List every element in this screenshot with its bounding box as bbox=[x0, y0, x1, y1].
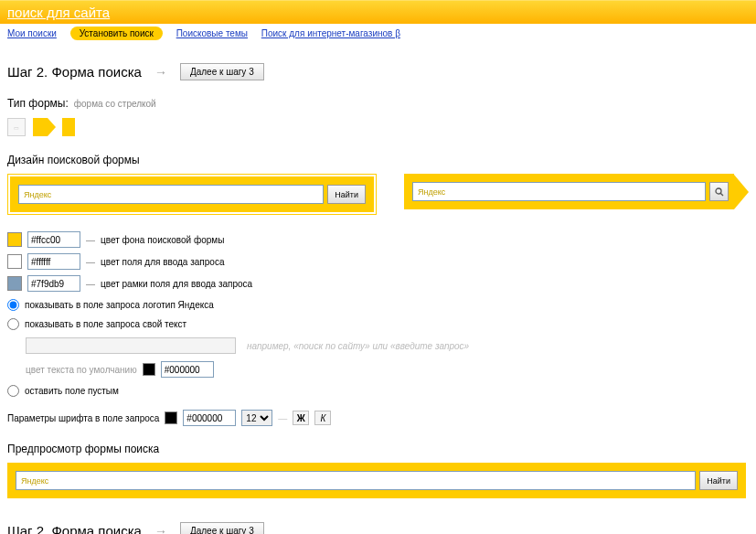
nav-shop-search[interactable]: Поиск для интернет-магазинов β bbox=[261, 28, 400, 38]
swatch-field[interactable] bbox=[7, 254, 22, 269]
radio-show-logo-label: показывать в поле запроса логотип Яндекс… bbox=[25, 300, 214, 310]
label-bg-color: цвет фона поисковой формы bbox=[101, 235, 224, 245]
header-bar: поиск для сайта bbox=[0, 0, 756, 24]
preview-search-input-left[interactable] bbox=[18, 185, 324, 204]
radio-leave-empty-label: оставить поле пустым bbox=[25, 386, 119, 396]
font-size-select[interactable]: 12 bbox=[241, 410, 272, 426]
arrow-tip-icon bbox=[734, 175, 749, 209]
label-field-color: цвет поля для ввода запроса bbox=[101, 257, 224, 267]
svg-point-1 bbox=[716, 188, 721, 194]
design-preview-right bbox=[404, 174, 749, 209]
design-preview-left: Найти bbox=[10, 176, 374, 212]
svg-line-2 bbox=[720, 193, 723, 196]
search-icon[interactable] bbox=[709, 182, 729, 201]
full-form-preview: Найти bbox=[7, 463, 746, 498]
preview-search-input-right[interactable] bbox=[412, 182, 706, 201]
shape-option-arrow[interactable] bbox=[33, 115, 55, 139]
design-preview-left-wrap: Найти bbox=[7, 174, 377, 215]
radio-show-logo[interactable] bbox=[7, 299, 19, 311]
step-title-bottom: Шаг 2. Форма поиска bbox=[7, 523, 142, 534]
shape-option-box[interactable]: ▭ bbox=[7, 118, 26, 136]
arrow-right-icon-bottom: → bbox=[154, 524, 167, 535]
radio-show-custom[interactable] bbox=[7, 318, 19, 330]
nav-search-topics[interactable]: Поисковые темы bbox=[176, 28, 248, 38]
dash: — bbox=[86, 235, 95, 245]
nav-install-search[interactable]: Установить поиск bbox=[70, 27, 163, 40]
hex-font-color-input[interactable] bbox=[183, 410, 236, 426]
header-title-link[interactable]: поиск для сайта bbox=[7, 5, 110, 20]
next-step-button[interactable]: Далее к шагу 3 bbox=[180, 63, 264, 80]
full-preview-input[interactable] bbox=[16, 471, 696, 490]
hex-default-text-input[interactable] bbox=[161, 361, 214, 378]
radio-show-custom-label: показывать в поле запроса свой текст bbox=[25, 319, 186, 329]
next-step-button-bottom[interactable]: Далее к шагу 3 bbox=[180, 522, 264, 534]
step-title: Шаг 2. Форма поиска bbox=[7, 64, 142, 80]
swatch-font-color[interactable] bbox=[165, 411, 177, 424]
full-preview-search-button[interactable]: Найти bbox=[699, 471, 738, 490]
svg-marker-0 bbox=[33, 118, 56, 136]
hex-border-input[interactable] bbox=[27, 275, 80, 292]
nav-row: Мои поиски Установить поиск Поисковые те… bbox=[0, 24, 756, 43]
swatch-default-text[interactable] bbox=[143, 363, 155, 376]
shape-options: ▭ bbox=[7, 115, 749, 139]
label-border-color: цвет рамки поля для ввода запроса bbox=[101, 279, 252, 289]
shape-option-compact[interactable] bbox=[62, 118, 75, 136]
custom-text-hint: например, «поиск по сайту» или «введите … bbox=[247, 341, 469, 351]
bold-toggle[interactable]: Ж bbox=[293, 411, 309, 425]
design-title: Дизайн поисковой формы bbox=[7, 154, 749, 166]
step-header: Шаг 2. Форма поиска → Далее к шагу 3 bbox=[7, 63, 749, 80]
hex-bg-input[interactable] bbox=[27, 231, 80, 248]
nav-my-searches[interactable]: Мои поиски bbox=[7, 28, 57, 38]
default-text-color-label: цвет текста по умолчанию bbox=[26, 365, 137, 375]
swatch-border[interactable] bbox=[7, 276, 22, 291]
custom-text-input bbox=[26, 337, 236, 354]
step-footer: Шаг 2. Форма поиска → Далее к шагу 3 bbox=[7, 522, 749, 534]
swatch-bg[interactable] bbox=[7, 232, 22, 247]
preview-search-button-left[interactable]: Найти bbox=[327, 185, 366, 204]
hex-field-input[interactable] bbox=[27, 253, 80, 270]
arrow-right-icon: → bbox=[154, 65, 167, 80]
form-type-label: Тип формы: bbox=[7, 97, 69, 110]
italic-toggle[interactable]: К bbox=[314, 411, 331, 425]
font-params-label: Параметры шрифта в поле запроса bbox=[7, 413, 159, 423]
form-type-value: форма со стрелкой bbox=[74, 99, 156, 109]
radio-leave-empty[interactable] bbox=[7, 385, 19, 397]
preview-section-title: Предпросмотр формы поиска bbox=[7, 443, 749, 455]
